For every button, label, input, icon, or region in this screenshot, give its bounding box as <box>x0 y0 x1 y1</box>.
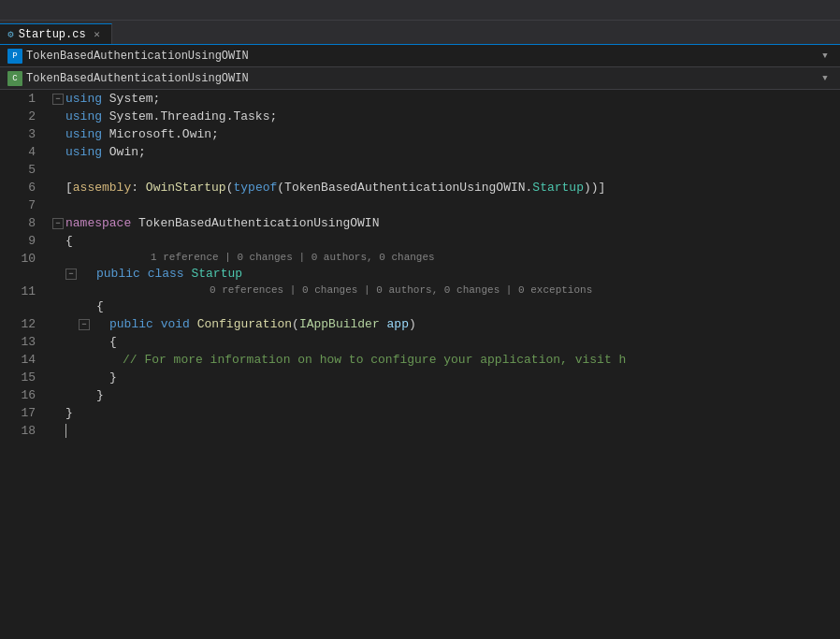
line-num-10: 10 <box>0 250 36 268</box>
line-numbers: 1 2 3 4 5 6 7 8 9 10 11 12 13 14 15 16 1… <box>0 90 47 639</box>
line-num-codelens2 <box>0 300 36 315</box>
code-line-14: // For more information on how to config… <box>52 351 840 369</box>
line-num-2: 2 <box>0 108 36 125</box>
collapse-8[interactable]: − <box>52 218 64 229</box>
code-line-13: { <box>52 333 840 351</box>
file-icon: C <box>7 71 22 86</box>
line-num-16: 16 <box>0 386 36 404</box>
nav-bar-2-text: TokenBasedAuthenticationUsingOWIN <box>26 72 814 85</box>
line-num-8: 8 <box>0 214 36 232</box>
line-num-11: 11 <box>0 283 36 300</box>
code-line-1: − using System; <box>52 90 840 108</box>
editor-content: 1 2 3 4 5 6 7 8 9 10 11 12 13 14 15 16 1… <box>0 90 840 639</box>
collapse-10[interactable]: − <box>65 269 77 280</box>
code-line-18 <box>52 422 840 440</box>
collapse-12[interactable]: − <box>79 319 90 330</box>
line-num-13: 13 <box>0 333 36 351</box>
code-line-15: } <box>52 369 840 386</box>
tab-close-button[interactable]: ✕ <box>91 28 104 41</box>
codelens-2: 0 references | 0 changes | 0 authors, 0 … <box>52 283 840 298</box>
line-num-12: 12 <box>0 315 36 333</box>
codelens-1: 1 reference | 0 changes | 0 authors, 0 c… <box>52 250 840 265</box>
code-line-3: using Microsoft.Owin; <box>52 125 840 143</box>
line-num-6: 6 <box>0 179 36 196</box>
line-num-4: 4 <box>0 143 36 161</box>
code-line-8: − namespace TokenBasedAuthenticationUsin… <box>52 214 840 232</box>
code-line-9: { <box>52 232 840 250</box>
cursor <box>65 424 66 438</box>
code-line-4: using Owin; <box>52 143 840 161</box>
tab-startup-cs[interactable]: ⚙ Startup.cs ✕ <box>0 23 112 44</box>
code-line-2: using System.Threading.Tasks; <box>52 108 840 125</box>
codelens-2-text: 0 references | 0 changes | 0 authors, 0 … <box>210 283 592 298</box>
code-line-11: { <box>52 298 840 315</box>
nav-bar-2: C TokenBasedAuthenticationUsingOWIN ▼ <box>0 67 840 90</box>
code-line-10: − public class Startup <box>52 265 840 283</box>
project-icon: P <box>7 49 22 64</box>
code-line-7 <box>52 196 840 214</box>
line-num-15: 15 <box>0 369 36 386</box>
code-line-6: [assembly: OwinStartup(typeof(TokenBased… <box>52 179 840 196</box>
line-num-18: 18 <box>0 422 36 440</box>
line-num-9: 9 <box>0 232 36 250</box>
line-num-1: 1 <box>0 90 36 108</box>
line-num-5: 5 <box>0 161 36 179</box>
nav-bar-1-text: TokenBasedAuthenticationUsingOWIN <box>26 50 814 63</box>
line-num-14: 14 <box>0 351 36 369</box>
code-line-12: − public void Configuration(IAppBuilder … <box>52 315 840 333</box>
code-line-5 <box>52 161 840 179</box>
cs-file-icon: ⚙ <box>7 28 14 40</box>
line-num-17: 17 <box>0 404 36 422</box>
line-num-codelens1 <box>0 268 36 283</box>
code-area[interactable]: − using System; using System.Threading.T… <box>47 90 840 639</box>
nav-bar-1: P TokenBasedAuthenticationUsingOWIN ▼ <box>0 45 840 67</box>
tab-label: Startup.cs <box>19 28 86 41</box>
codelens-1-text: 1 reference | 0 changes | 0 authors, 0 c… <box>151 250 435 265</box>
code-line-17: } <box>52 404 840 422</box>
nav-bar-2-dropdown[interactable]: ▼ <box>818 71 833 86</box>
code-line-16: } <box>52 386 840 404</box>
tab-bar: ⚙ Startup.cs ✕ <box>0 21 840 45</box>
title-bar <box>0 0 840 21</box>
collapse-1[interactable]: − <box>52 94 64 105</box>
editor: 1 2 3 4 5 6 7 8 9 10 11 12 13 14 15 16 1… <box>0 90 840 639</box>
nav-bar-1-dropdown[interactable]: ▼ <box>818 49 833 64</box>
line-num-3: 3 <box>0 125 36 143</box>
line-num-7: 7 <box>0 196 36 214</box>
